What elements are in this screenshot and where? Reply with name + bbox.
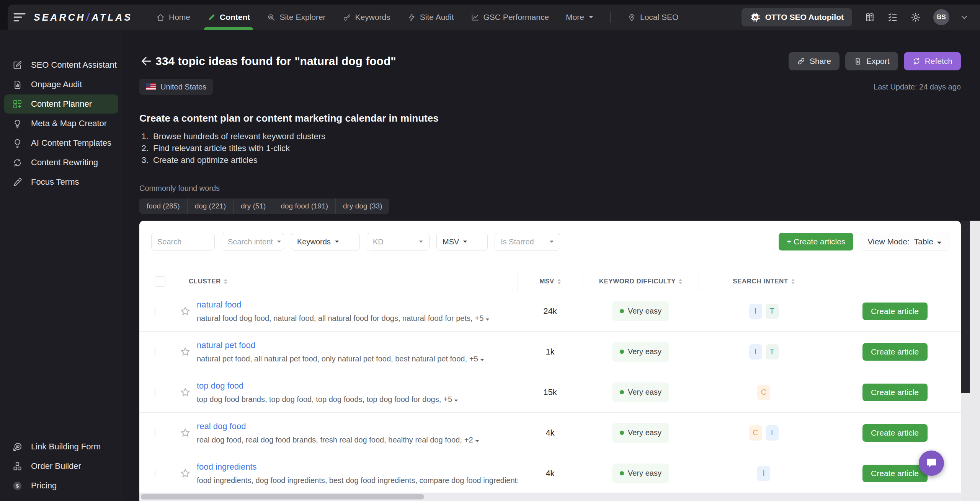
otto-seo-autopilot-button[interactable]: AI OTTO SEO Autopilot bbox=[742, 8, 852, 26]
row-checkbox[interactable] bbox=[155, 389, 155, 396]
expand-keywords-toggle[interactable]: +5 bbox=[469, 355, 484, 363]
filter-dropdown-search-intent[interactable]: Search intent bbox=[222, 233, 284, 250]
refetch-button[interactable]: Refetch bbox=[904, 52, 961, 70]
star-icon[interactable] bbox=[180, 346, 191, 358]
expand-keywords-toggle[interactable]: +5 bbox=[443, 395, 458, 404]
cluster-cell: real dog foodreal dog food, real dog foo… bbox=[197, 421, 518, 444]
star-icon[interactable] bbox=[180, 306, 191, 317]
star-icon[interactable] bbox=[180, 387, 191, 398]
header-checkbox-cell bbox=[139, 272, 174, 291]
view-mode-select[interactable]: View Mode: Table bbox=[860, 233, 949, 250]
sidebar-item-ai-content-templates[interactable]: AI Content Templates bbox=[4, 133, 118, 153]
export-doc-icon bbox=[854, 57, 862, 65]
filter-dropdown-keywords[interactable]: Keywords bbox=[291, 233, 360, 250]
back-arrow-icon[interactable] bbox=[139, 54, 153, 68]
sidebar-item-content-rewriting[interactable]: Content Rewriting bbox=[4, 153, 118, 172]
intent-cell: CI bbox=[699, 425, 829, 441]
dollar-circle-icon: $ bbox=[12, 481, 23, 491]
sidebar-item-label: Order Builder bbox=[31, 461, 81, 471]
sidebar-item-seo-content-assistant[interactable]: SEO Content Assistant bbox=[4, 55, 118, 75]
difficulty-badge: Very easy bbox=[612, 342, 669, 362]
expand-keywords-toggle[interactable]: +5 bbox=[475, 314, 490, 323]
create-article-button[interactable]: Create article bbox=[862, 343, 928, 361]
nav-item-content[interactable]: Content bbox=[207, 5, 250, 30]
msv-value: 4k bbox=[518, 468, 583, 478]
edit-square-icon bbox=[12, 60, 23, 70]
filter-dropdown-label: Search intent bbox=[228, 237, 273, 246]
sidebar-item-order-builder[interactable]: Order Builder bbox=[4, 457, 118, 476]
filter-dropdown-label: KD bbox=[373, 237, 384, 246]
word-chip[interactable]: food (285) bbox=[139, 198, 188, 214]
cluster-link[interactable]: top dog food bbox=[197, 381, 243, 391]
filter-dropdown-is-starred[interactable]: Is Starred bbox=[495, 233, 560, 250]
sidebar-item-link-building-form[interactable]: Link Building Form bbox=[4, 437, 118, 456]
star-icon[interactable] bbox=[180, 427, 191, 439]
country-badge: United States bbox=[139, 79, 213, 95]
nav-item-label: Site Explorer bbox=[279, 13, 325, 22]
main-header: 334 topic ideas found for "natural dog f… bbox=[122, 30, 980, 214]
nav-item-local-seo[interactable]: Local SEO bbox=[627, 5, 678, 30]
vertical-scrollbar-thumb[interactable] bbox=[961, 221, 970, 393]
nav-item-site-audit[interactable]: Site Audit bbox=[407, 5, 454, 30]
cluster-link[interactable]: real dog food bbox=[197, 421, 246, 431]
create-article-button[interactable]: Create article bbox=[862, 303, 928, 320]
expand-keywords-toggle[interactable]: +2 bbox=[464, 436, 479, 444]
share-button[interactable]: Share bbox=[789, 52, 840, 70]
sidebar-item-onpage-audit[interactable]: Onpage Audit bbox=[4, 75, 118, 94]
more-count: +5 bbox=[469, 355, 478, 363]
nav-item-site-explorer[interactable]: Site Explorer bbox=[267, 5, 325, 30]
navbar: SEARCH/ATLAS HomeContentSite ExplorerKey… bbox=[8, 5, 980, 30]
create-article-button[interactable]: Create article bbox=[862, 424, 928, 442]
row-checkbox[interactable] bbox=[155, 429, 155, 436]
user-avatar[interactable]: BS bbox=[933, 9, 949, 25]
menu-toggle-icon[interactable] bbox=[11, 9, 28, 26]
word-chip[interactable]: dry (51) bbox=[234, 198, 273, 214]
row-checkbox-cell bbox=[139, 470, 174, 477]
common-word-chips: food (285)dog (221)dry (51)dog food (191… bbox=[139, 198, 389, 214]
sidebar-footer-items: Link Building FormOrder Builder$Pricing bbox=[0, 437, 122, 496]
row-checkbox[interactable] bbox=[155, 470, 155, 477]
row-star-cell bbox=[174, 306, 197, 317]
nav-item-keywords[interactable]: Keywords bbox=[343, 5, 390, 30]
avatar-caret-icon[interactable] bbox=[962, 16, 967, 19]
create-article-button[interactable]: Create article bbox=[862, 384, 928, 401]
column-header-cluster[interactable]: CLUSTER bbox=[174, 272, 518, 291]
sidebar-item-content-planner[interactable]: Content Planner bbox=[4, 94, 118, 114]
nav-item-more[interactable]: More bbox=[566, 5, 593, 30]
grid-plus-icon bbox=[12, 99, 23, 109]
horizontal-scrollbar-thumb[interactable] bbox=[141, 494, 424, 499]
chat-widget-button[interactable] bbox=[919, 451, 944, 476]
sidebar-item-pricing[interactable]: $Pricing bbox=[4, 476, 118, 495]
site-explorer-icon bbox=[267, 13, 276, 22]
cluster-link[interactable]: natural pet food bbox=[197, 340, 255, 350]
intent-cell: IT bbox=[699, 344, 829, 359]
docs-book-icon[interactable] bbox=[864, 12, 875, 23]
filter-dropdown-msv[interactable]: MSV bbox=[436, 233, 488, 250]
export-button[interactable]: Export bbox=[845, 52, 898, 70]
search-input[interactable] bbox=[151, 233, 215, 250]
word-chip[interactable]: dry dog (33) bbox=[336, 198, 389, 214]
column-header-keyword-difficulty[interactable]: KEYWORD DIFFICULTY bbox=[583, 272, 699, 291]
us-flag-icon bbox=[146, 83, 156, 90]
star-icon[interactable] bbox=[180, 468, 191, 479]
intent-badge-t: T bbox=[766, 304, 779, 319]
filter-dropdown-kd[interactable]: KD bbox=[367, 233, 430, 250]
cluster-link[interactable]: food ingredients bbox=[197, 462, 257, 472]
word-chip[interactable]: dog food (191) bbox=[273, 198, 336, 214]
sidebar-item-focus-terms[interactable]: Focus Terms bbox=[4, 172, 118, 192]
word-chip[interactable]: dog (221) bbox=[188, 198, 234, 214]
create-articles-button[interactable]: + Create articles bbox=[779, 233, 853, 250]
sidebar-item-meta-map-creator[interactable]: Meta & Map Creator bbox=[4, 114, 118, 133]
difficulty-dot-icon bbox=[620, 309, 624, 313]
tasks-checklist-icon[interactable] bbox=[887, 12, 898, 23]
cluster-link[interactable]: natural food bbox=[197, 300, 241, 310]
settings-gear-icon[interactable] bbox=[910, 12, 921, 23]
column-header-msv[interactable]: MSV bbox=[518, 272, 583, 291]
nav-item-home[interactable]: Home bbox=[156, 5, 190, 30]
row-checkbox[interactable] bbox=[155, 307, 155, 315]
nav-item-gsc-performance[interactable]: GSC Performance bbox=[471, 5, 549, 30]
column-header-search-intent[interactable]: SEARCH INTENT bbox=[699, 272, 829, 291]
create-article-button[interactable]: Create article bbox=[862, 465, 928, 482]
select-all-checkbox[interactable] bbox=[155, 276, 165, 287]
row-checkbox[interactable] bbox=[155, 348, 155, 355]
